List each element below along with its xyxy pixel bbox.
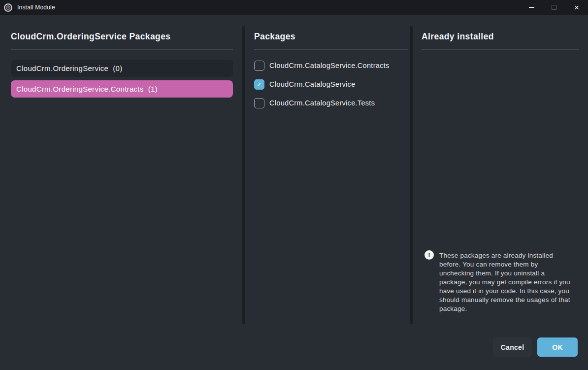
titlebar: Install Module ✕	[0, 0, 588, 15]
close-icon: ✕	[574, 4, 579, 11]
left-panel-header: CloudCrm.OrderingService Packages	[11, 32, 170, 43]
app-logo-icon	[4, 3, 12, 12]
checkbox-catalogservice[interactable]: ✓	[254, 79, 264, 90]
module-item-orderingservice[interactable]: CloudCrm.OrderingService (0)	[11, 60, 233, 77]
minimize-icon	[529, 7, 534, 8]
package-row-catalogservice-contracts[interactable]: ✓ CloudCrm.CatalogService.Contracts	[254, 60, 390, 71]
package-row-catalogservice-tests[interactable]: ✓ CloudCrm.CatalogService.Tests	[254, 98, 375, 108]
right-panel-header: Already installed	[422, 32, 494, 43]
module-item-count: (0)	[113, 64, 122, 72]
module-item-orderingservice-contracts[interactable]: CloudCrm.OrderingService.Contracts (1)	[11, 80, 233, 98]
middle-panel-header: Packages	[254, 32, 295, 43]
column-divider-left	[242, 26, 245, 324]
close-button[interactable]: ✕	[565, 0, 588, 15]
maximize-button[interactable]	[543, 0, 565, 15]
window-controls: ✕	[520, 0, 588, 15]
minimize-button[interactable]	[520, 0, 543, 15]
module-item-count: (1)	[148, 85, 158, 93]
already-installed-note: These packages are already installed bef…	[439, 251, 571, 313]
checkbox-catalogservice-contracts[interactable]: ✓	[254, 61, 264, 71]
package-label: CloudCrm.CatalogService	[269, 80, 356, 88]
warning-icon: !	[425, 250, 434, 260]
package-label: CloudCrm.CatalogService.Tests	[269, 99, 375, 107]
cancel-button[interactable]: Cancel	[493, 337, 532, 357]
maximize-icon	[552, 5, 556, 10]
window-title: Install Module	[17, 4, 55, 11]
left-panel-divider	[11, 49, 233, 50]
checkbox-catalogservice-tests[interactable]: ✓	[254, 98, 264, 108]
column-divider-right	[410, 26, 413, 324]
right-panel-divider	[422, 49, 579, 50]
package-row-catalogservice[interactable]: ✓ CloudCrm.CatalogService	[254, 79, 356, 90]
module-item-label: CloudCrm.OrderingService.Contracts	[16, 85, 144, 93]
middle-panel-divider	[254, 49, 408, 50]
package-label: CloudCrm.CatalogService.Contracts	[269, 62, 390, 69]
ok-button[interactable]: OK	[537, 337, 578, 357]
module-item-label: CloudCrm.OrderingService	[16, 64, 108, 72]
check-icon: ✓	[257, 81, 262, 88]
